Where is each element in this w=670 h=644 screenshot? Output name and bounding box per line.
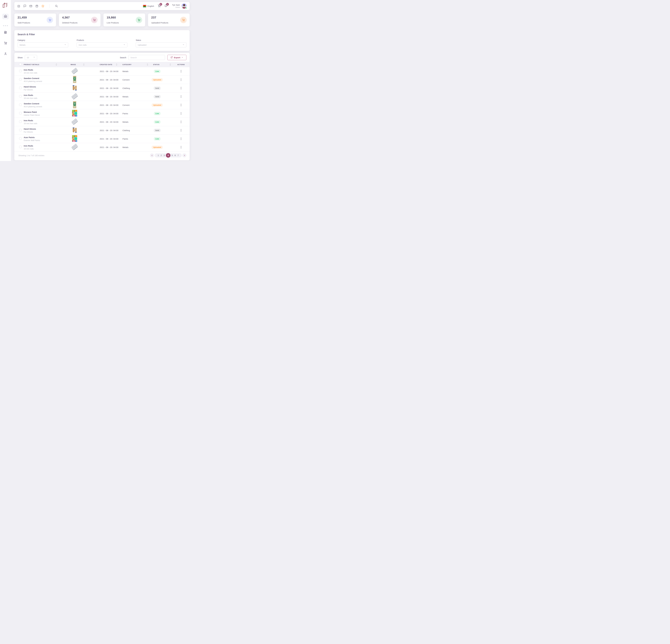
status-badge: Uploaded [151, 146, 163, 149]
column-image[interactable]: IMAGE [58, 64, 91, 66]
chevron-down-icon [33, 56, 35, 59]
gloves-image [72, 85, 78, 92]
cart-button[interactable]: 8 [158, 4, 161, 8]
created-date: 2021 - 08 - 20: 04:00 [91, 96, 119, 98]
created-date: 2021 - 08 - 20: 04:00 [91, 87, 119, 90]
sidebar-item-documents[interactable] [2, 30, 9, 36]
next-page-button[interactable] [183, 153, 186, 157]
row-checkbox[interactable] [19, 129, 22, 131]
table-row: Sweden Cement45.R platering cementSUPACE… [14, 76, 190, 84]
svg-text:SUPA FAST: SUPA FAST [73, 107, 76, 107]
ghana-flag-icon[interactable]: ★ [143, 5, 146, 7]
product-subtitle: 16 mm iron rods [24, 72, 58, 74]
column-status[interactable]: STATUS [150, 64, 173, 66]
row-actions-menu[interactable] [180, 137, 183, 140]
export-button[interactable]: Export [168, 55, 186, 60]
category-label: Category [17, 39, 68, 41]
page-button-2[interactable]: 2 [160, 154, 163, 156]
products-select[interactable]: Iron rods [77, 42, 127, 47]
status-select[interactable]: Uploaded [136, 42, 186, 47]
category-value: Metals [19, 44, 25, 46]
product-subtitle: 16 mm iron rods [24, 122, 58, 125]
table-row: Sweden Cement45.R platering cementSUPACE… [14, 101, 190, 109]
chat-icon[interactable] [23, 4, 26, 8]
stat-card-sold: 21,459 Sold Products [14, 14, 56, 26]
products-label: Products [77, 39, 127, 41]
product-subtitle: Exterior Wall Paints [24, 139, 58, 141]
page-button-4[interactable]: 4 [166, 153, 171, 157]
page-button-5[interactable]: 5 [171, 154, 174, 156]
table-body: Iron Rods16 mm iron rods2021 - 08 - 20: … [14, 67, 190, 151]
sidebar-item-home[interactable] [2, 14, 9, 19]
cart-badge: 8 [159, 3, 162, 5]
category: Clothing [119, 87, 150, 90]
row-actions-menu[interactable] [180, 128, 183, 132]
export-label: Export [174, 56, 180, 59]
topbar: ★ English 8 4 [14, 2, 190, 10]
table-row: Iron Rods16 mm iron rods2021 - 08 - 20: … [14, 118, 190, 126]
category: Metals [119, 70, 150, 72]
user-role: Admin [172, 6, 180, 8]
status-badge: Sold [154, 95, 161, 98]
iron-rods-image [71, 119, 78, 125]
table-row: Iron Rods16 mm iron rods2021 - 08 - 20: … [14, 67, 190, 76]
page-button-3[interactable]: 3 [163, 154, 166, 156]
sidebar-item-profile[interactable] [2, 51, 9, 57]
page-button-1[interactable]: 1 [157, 154, 160, 156]
mail-icon[interactable] [29, 4, 32, 8]
online-status-dot [185, 7, 187, 9]
category: Paints [119, 112, 150, 115]
row-actions-menu[interactable] [180, 120, 183, 124]
page-size-value: 10 [27, 56, 29, 59]
column-created-date[interactable]: CREATED DATE [91, 64, 119, 66]
product-name: Monaco Paint [24, 111, 58, 113]
product-name: Iron Rods [24, 119, 58, 122]
category-select[interactable]: Metals [17, 42, 68, 47]
row-actions-menu[interactable] [180, 146, 183, 149]
row-actions-menu[interactable] [180, 95, 183, 98]
row-checkbox[interactable] [19, 95, 22, 97]
page-button-7[interactable]: 7 [177, 154, 179, 156]
product-name: Iron Rods [24, 94, 58, 96]
calendar-icon[interactable] [35, 4, 38, 8]
star-icon[interactable] [41, 4, 44, 8]
row-actions-menu[interactable] [180, 78, 183, 81]
check-square-icon[interactable] [17, 4, 20, 8]
row-actions-menu[interactable] [180, 103, 183, 107]
row-checkbox[interactable] [19, 112, 22, 114]
search-input[interactable] [129, 55, 165, 60]
column-product-details[interactable]: PRODUCT DETAILS [24, 64, 58, 66]
page-size-select[interactable]: 10 [25, 55, 37, 60]
sidebar-item-cart[interactable] [2, 40, 9, 46]
search-icon[interactable] [55, 4, 58, 8]
cart-icon [136, 17, 142, 23]
select-all-checkbox[interactable] [19, 63, 22, 66]
row-checkbox[interactable] [19, 70, 22, 72]
language-selector[interactable]: English [148, 5, 154, 7]
row-checkbox[interactable] [19, 87, 22, 89]
page-button-6[interactable]: 6 [174, 154, 177, 156]
row-checkbox[interactable] [19, 104, 22, 106]
status-badge: Sold [154, 86, 161, 90]
row-actions-menu[interactable] [180, 112, 183, 115]
paint-image [72, 135, 77, 142]
row-checkbox[interactable] [19, 78, 22, 81]
user-name: Tye Sam [172, 4, 180, 6]
row-checkbox[interactable] [19, 137, 22, 140]
cement-image: SUPACEMSUPA FAST [73, 101, 76, 109]
table-header: PRODUCT DETAILS IMAGE CREATED DATE [14, 62, 190, 67]
table-footer: Showing 1 to 7 of 100 entries 1234567 [14, 151, 190, 160]
prev-page-button[interactable] [150, 153, 154, 157]
row-checkbox[interactable] [19, 120, 22, 123]
paint-image [72, 110, 77, 117]
avatar[interactable] [182, 3, 187, 9]
chevron-down-icon [183, 44, 184, 46]
product-name: Azar Paints [24, 136, 58, 138]
column-category[interactable]: CATEGORY [119, 64, 150, 66]
row-checkbox[interactable] [19, 146, 22, 148]
iron-rods-image [71, 68, 78, 74]
notifications-button[interactable]: 4 [164, 4, 168, 8]
cart-icon [46, 17, 53, 23]
row-actions-menu[interactable] [180, 69, 183, 73]
row-actions-menu[interactable] [180, 86, 183, 90]
